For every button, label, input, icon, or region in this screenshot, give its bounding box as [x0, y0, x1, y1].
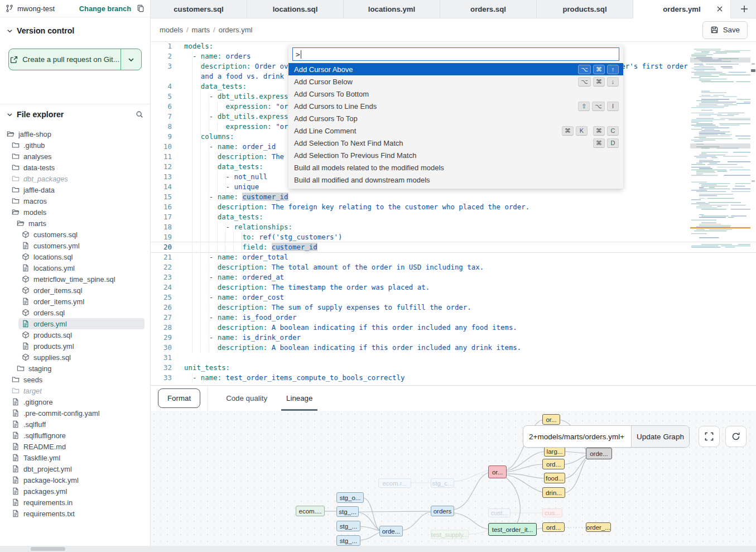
code-line[interactable]: 21 - name: order_total: [151, 252, 756, 262]
lineage-node[interactable]: order_...: [586, 522, 611, 532]
lineage-node[interactable]: ecom....: [296, 506, 325, 516]
command-item[interactable]: Add Cursors to Line Ends⇧⌥I: [288, 100, 623, 112]
command-item[interactable]: Add Selection To Next Find Match⌘D: [288, 137, 623, 149]
lineage-node[interactable]: or...: [542, 414, 560, 425]
lineage-node[interactable]: stg_o...: [336, 492, 364, 503]
command-item[interactable]: Build all models related to the modified…: [288, 161, 623, 174]
file-tree-item[interactable]: package-lock.yml: [0, 474, 150, 486]
code-line[interactable]: 28 description: A boolean indicating if …: [151, 323, 756, 333]
lineage-node[interactable]: cus...: [542, 508, 562, 517]
lineage-node[interactable]: test_supply...: [431, 530, 469, 539]
file-tree-item[interactable]: requirements.txt: [0, 508, 150, 519]
code-text[interactable]: description: The total amount of the ord…: [184, 262, 756, 272]
file-tree-item[interactable]: supplies.sql: [0, 352, 150, 363]
code-text[interactable]: data_tests:: [184, 212, 756, 222]
file-tree-item[interactable]: customers.yml: [0, 240, 150, 251]
file-tree-item[interactable]: requirements.in: [0, 497, 150, 508]
code-text[interactable]: - name: test_order_items_compute_to_bool…: [184, 373, 756, 383]
file-tree-item[interactable]: .github: [0, 140, 150, 151]
code-line[interactable]: 15 - name: customer_id: [151, 192, 756, 202]
file-tree-item[interactable]: macros: [0, 195, 150, 207]
lineage-node[interactable]: stg_c...: [431, 478, 454, 488]
code-text[interactable]: description: The sum of supply expenses …: [184, 303, 756, 313]
version-control-header[interactable]: Version control: [0, 25, 150, 37]
tab-products.sql[interactable]: products.sql: [537, 0, 633, 18]
code-line[interactable]: 17 data_tests:: [151, 212, 756, 222]
breadcrumb-segment[interactable]: marts: [192, 26, 210, 34]
lineage-canvas[interactable]: ecom....stg_o...stg_...stg_...stg_...ord…: [151, 411, 756, 546]
file-tree-item[interactable]: jaffle-data: [0, 184, 150, 195]
horizontal-scrollbar[interactable]: [0, 546, 756, 552]
file-tree-item[interactable]: dbt_packages: [0, 173, 150, 184]
lineage-node[interactable]: stg_...: [336, 506, 359, 517]
lineage-node[interactable]: cust...: [488, 508, 511, 517]
code-text[interactable]: - name: ordered_at: [184, 272, 756, 282]
file-tree-item[interactable]: products.yml: [0, 340, 150, 352]
lineage-filter-input[interactable]: [523, 426, 631, 447]
file-tree-item[interactable]: staging: [0, 363, 150, 374]
file-tree-item[interactable]: packages.yml: [0, 486, 150, 497]
code-text[interactable]: description: The foreign key relating to…: [184, 202, 756, 212]
code-line[interactable]: 27 - name: is_food_order: [151, 313, 756, 323]
lineage-node[interactable]: stg_...: [336, 521, 360, 531]
file-tree-item[interactable]: models: [0, 207, 150, 218]
code-line[interactable]: 16 description: The foreign key relating…: [151, 202, 756, 212]
file-tree-item[interactable]: Taskfile.yml: [0, 452, 150, 463]
breadcrumb-segment[interactable]: orders.yml: [219, 26, 253, 34]
lineage-node[interactable]: stg_...: [336, 535, 360, 546]
search-icon[interactable]: [136, 111, 143, 118]
file-tree-item[interactable]: dbt_project.yml: [0, 463, 150, 474]
code-line[interactable]: 29 - name: is_drink_order: [151, 333, 756, 343]
lineage-node[interactable]: food...: [544, 473, 565, 483]
command-item[interactable]: Build all modified and downstream models: [288, 174, 623, 186]
command-item[interactable]: Add Cursor Above⌥⌘↑: [288, 63, 623, 75]
code-text[interactable]: description: A boolean indicating if thi…: [184, 323, 756, 333]
tab-customers.sql[interactable]: customers.sql: [151, 0, 247, 18]
code-text[interactable]: - name: order_cost: [184, 292, 756, 303]
editor-scrollbar[interactable]: [750, 42, 756, 385]
breadcrumb[interactable]: models/marts/orders.yml: [160, 26, 252, 34]
file-tree-item[interactable]: customers.sql: [0, 229, 150, 240]
breadcrumb-segment[interactable]: models: [160, 26, 183, 34]
code-line[interactable]: 18 - relationships:: [151, 222, 756, 232]
code-line[interactable]: 26 description: The sum of supply expens…: [151, 303, 756, 313]
bottom-tab-lineage[interactable]: Lineage: [285, 386, 314, 411]
command-item[interactable]: Add Cursors To Bottom: [288, 88, 623, 100]
file-tree-item[interactable]: .sqlfluff: [0, 419, 150, 430]
tab-locations.sql[interactable]: locations.sql: [247, 0, 344, 18]
command-item[interactable]: Add Line Comment⌘K⌘C: [288, 124, 623, 137]
lineage-node[interactable]: or...: [488, 465, 507, 478]
change-branch-link[interactable]: Change branch: [79, 4, 131, 13]
code-text[interactable]: description: The timestamp the order was…: [184, 282, 756, 292]
code-line[interactable]: 30 description: A boolean indicating if …: [151, 343, 756, 353]
lineage-node[interactable]: test_order_it...: [488, 523, 537, 536]
file-tree-item[interactable]: .pre-commit-config.yaml: [0, 407, 150, 419]
code-text[interactable]: - name: is_food_order: [184, 313, 756, 323]
file-tree-item[interactable]: products.sql: [0, 329, 150, 340]
code-text[interactable]: field: customer_id: [184, 242, 756, 252]
command-item[interactable]: Add Cursor Below⌥⌘↓: [288, 75, 623, 88]
bottom-tab-code-quality[interactable]: Code quality: [225, 386, 268, 411]
file-tree-item[interactable]: orders.sql: [0, 307, 150, 318]
code-line[interactable]: 33 - name: test_order_items_compute_to_b…: [151, 373, 756, 383]
code-line[interactable]: 23 - name: ordered_at: [151, 272, 756, 282]
lineage-node[interactable]: orde...: [379, 526, 403, 536]
fullscreen-button[interactable]: [699, 426, 720, 447]
code-line[interactable]: 32unit_tests:: [151, 363, 756, 373]
code-line[interactable]: 19 to: ref('stg_customers'): [151, 232, 756, 242]
file-tree-item[interactable]: seeds: [0, 374, 150, 385]
scrollbar-thumb[interactable]: [31, 547, 65, 551]
close-icon[interactable]: [716, 6, 723, 12]
code-line[interactable]: 25 - name: order_cost: [151, 292, 756, 303]
code-text[interactable]: - name: is_drink_order: [184, 333, 756, 343]
file-tree-item[interactable]: metricflow_time_spine.sql: [0, 273, 150, 285]
lineage-node[interactable]: orde...: [586, 448, 612, 459]
tab-orders.sql[interactable]: orders.sql: [440, 0, 537, 18]
command-input[interactable]: >: [292, 47, 619, 61]
format-button[interactable]: Format: [158, 388, 200, 408]
file-tree-item[interactable]: marts: [0, 218, 150, 229]
file-tree-item[interactable]: locations.sql: [0, 251, 150, 262]
file-tree-item[interactable]: locations.yml: [0, 262, 150, 273]
update-graph-button[interactable]: Update Graph: [631, 426, 689, 447]
command-item[interactable]: Add Selection To Previous Find Match: [288, 149, 623, 161]
